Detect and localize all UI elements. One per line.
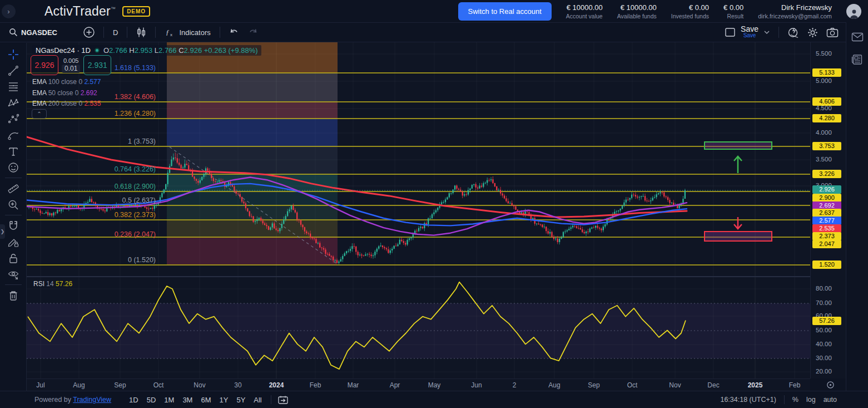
messages-button[interactable]: [851, 32, 864, 42]
price-axis-badge: 2.637: [812, 209, 841, 217]
timeframe-button[interactable]: D: [108, 28, 122, 37]
time-axis-label: Aug: [73, 381, 85, 389]
range-3m[interactable]: 3M: [182, 396, 192, 404]
legend-collapse-button[interactable]: ⌃: [32, 109, 47, 119]
tool-xabcd-pattern[interactable]: [4, 95, 23, 111]
chart-toolbar: NGASDEC D ƒx Indicators Save S: [0, 22, 868, 42]
magnet-icon: [7, 220, 19, 232]
tool-brush[interactable]: [4, 127, 23, 143]
range-all[interactable]: All: [254, 396, 261, 404]
tool-draw-lock[interactable]: [4, 234, 23, 250]
gear-icon: [807, 27, 819, 38]
chart-style-button[interactable]: [132, 27, 151, 38]
range-5y[interactable]: 5Y: [236, 396, 245, 404]
fib-level-label: 1.382 (4.606): [89, 93, 156, 101]
tool-crosshair[interactable]: [4, 46, 23, 62]
fib-level-label: 1.236 (4.280): [89, 110, 156, 117]
auto-scale-button[interactable]: auto: [824, 396, 837, 404]
time-axis-label: Apr: [390, 381, 400, 389]
time-axis[interactable]: JulAugSepOctNov302024FebMarAprMayJun2Aug…: [27, 378, 810, 391]
watchlist-expand-handle[interactable]: ❯: [0, 224, 5, 239]
time-axis-label: Aug: [548, 381, 560, 389]
price-axis-label: 4.500: [816, 105, 832, 111]
symbol-search[interactable]: NGASDEC: [4, 28, 79, 37]
tool-fib-retracement[interactable]: [4, 78, 23, 95]
compare-add-button[interactable]: [79, 26, 99, 38]
tool-remove-drawings[interactable]: [4, 287, 23, 303]
tool-forecast[interactable]: [4, 111, 23, 127]
range-5d[interactable]: 5D: [147, 396, 156, 404]
forecast-icon: [7, 113, 19, 125]
price-axis-label: 80.00: [816, 285, 832, 292]
plus-circle-icon: [83, 26, 95, 38]
tool-lock[interactable]: [4, 250, 23, 266]
clock-label[interactable]: 16:34:18 (UTC+1): [720, 396, 776, 404]
tool-emoji[interactable]: [4, 159, 23, 175]
range-switcher: 1D5D1M3M6M1Y5YAll: [129, 396, 262, 404]
price-axis-badge: 2.047: [812, 240, 841, 248]
xabcd-icon: [7, 97, 19, 109]
tool-magnet[interactable]: [4, 218, 23, 234]
quick-actions-button[interactable]: [783, 27, 803, 38]
tool-trend-line[interactable]: [4, 62, 23, 78]
symbol-legend[interactable]: NGasDec24 · 1D O2.766 H2.953 L2.766 C2.9…: [32, 45, 261, 56]
time-axis-label: 2: [513, 381, 517, 389]
sidebar-expand-handle[interactable]: ›: [2, 4, 16, 18]
time-axis-label: 30: [234, 381, 241, 389]
price-axis-badge: 4.280: [812, 114, 841, 122]
tool-ruler[interactable]: [4, 180, 23, 196]
snapshot-button[interactable]: [822, 27, 842, 38]
chevron-down-icon: [763, 30, 770, 35]
switch-real-account-button[interactable]: Switch to Real account: [458, 2, 552, 21]
price-axis-badge: 2.900: [812, 194, 841, 202]
percent-scale-button[interactable]: %: [792, 396, 798, 404]
market-status-dot: [95, 48, 100, 53]
scroll-to-realtime-icon[interactable]: [826, 381, 835, 389]
redo-icon: [247, 27, 259, 37]
goto-date-button[interactable]: [274, 395, 292, 405]
trademark: ™: [111, 6, 116, 12]
range-1m[interactable]: 1M: [164, 396, 174, 404]
tool-text[interactable]: [4, 143, 23, 159]
indicators-button[interactable]: ƒx Indicators: [160, 27, 215, 37]
tool-hide-drawings[interactable]: [4, 266, 23, 282]
save-dropdown[interactable]: [760, 30, 774, 35]
app-logo: ActivTrader™: [44, 4, 116, 19]
price-axis-label: 70.00: [816, 299, 832, 306]
save-button[interactable]: Save Save: [741, 26, 758, 39]
clock-bolt-icon: [787, 27, 799, 38]
news-button[interactable]: [851, 54, 864, 65]
fib-level-label: 0.618 (2.900): [89, 183, 156, 190]
log-scale-button[interactable]: log: [806, 396, 816, 404]
range-1y[interactable]: 1Y: [220, 396, 229, 404]
time-axis-label: May: [428, 381, 441, 389]
time-axis-label: Nov: [194, 381, 205, 389]
eye-icon: [7, 268, 19, 281]
price-axis-badge: 57.26: [812, 317, 841, 325]
user-avatar[interactable]: [846, 4, 861, 19]
time-axis-label: Sep: [588, 381, 599, 389]
rsi-legend[interactable]: RSI 14 57.26: [33, 280, 72, 288]
tradingview-link[interactable]: TradingView: [73, 396, 111, 404]
stat-invested-funds: € 0.00Invested funds: [671, 3, 709, 19]
fib-retracement-icon: [7, 81, 19, 93]
stat-result: € 0.00Result: [723, 3, 743, 19]
undo-button[interactable]: [225, 27, 244, 37]
price-axis[interactable]: 5.5005.1335.0004.6064.5004.2804.0003.753…: [810, 42, 846, 378]
fib-level-label: 0.236 (2.047): [89, 230, 156, 238]
pencil-lock-icon: [7, 236, 19, 248]
emoji-icon: [7, 161, 19, 174]
price-axis-badge: 2.577: [812, 217, 841, 225]
tool-zoom-in[interactable]: [4, 196, 23, 213]
ema-legend-row: EMA 100 close 0 2.577: [32, 77, 101, 88]
sell-button[interactable]: 2.926: [31, 55, 58, 75]
range-1d[interactable]: 1D: [129, 396, 138, 404]
settings-button[interactable]: [803, 27, 822, 38]
range-6m[interactable]: 6M: [201, 396, 211, 404]
price-axis-badge: 2.373: [812, 232, 841, 240]
calendar-goto-icon: [277, 395, 289, 405]
price-axis-label: 4.000: [816, 129, 832, 136]
layout-panel-button[interactable]: [721, 27, 740, 37]
demo-badge: DEMO: [122, 6, 150, 17]
redo-button[interactable]: [244, 27, 262, 37]
